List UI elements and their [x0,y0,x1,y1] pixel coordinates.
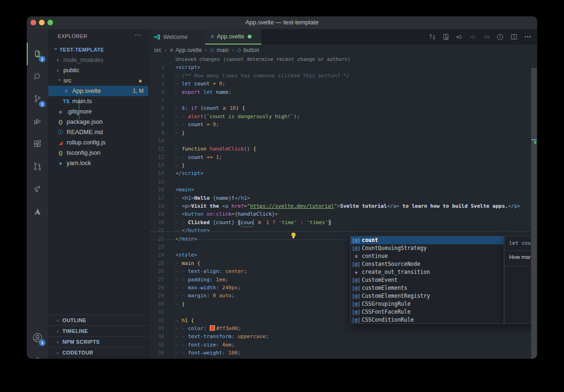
code-line-34: 34→ → text-transform: uppercase; [148,332,531,340]
source-control-icon[interactable]: 1 [27,88,48,110]
code-line-4: 4→ export let name; [148,88,531,96]
live-share-icon[interactable] [27,178,48,200]
breadcrumb: src›≡App.svelte›◇main›◇button [148,45,537,55]
more-actions-icon[interactable] [522,32,533,42]
explorer-icon[interactable]: 1 [27,43,48,65]
open-changes-icon[interactable] [441,32,451,42]
suggestion-cssconditionrule[interactable]: [@]CSSConditionRule [351,316,503,324]
tree-item-readme-md[interactable]: ⓘREADME.md [48,127,148,137]
suggestion-customelementregistry[interactable]: [@]CustomElementRegistry [351,292,503,300]
tree-root[interactable]: ›TEST-TEMPLATE [48,45,148,55]
azure-icon[interactable] [27,200,48,223]
suggestion-create_out_transition[interactable]: ◈create_out_transition [351,268,503,276]
editor-zone: Welcome ≡ App.svelte src›≡App.svelte›◇ma… [148,29,537,359]
suggestion-continue[interactable]: ≣continue [351,252,503,260]
chevron-icon: › [57,347,62,358]
file-history-icon[interactable] [495,32,505,42]
code-line-8: 8→ → count = 9; [148,121,531,128]
code-line-14: 14</script> [148,169,531,177]
tab-welcome[interactable]: Welcome [148,29,205,45]
ts-file-icon: TS [62,96,70,106]
code-line-1: 1<script> [148,63,531,71]
code-line-16: 16<main> [148,186,531,194]
tab-welcome-label: Welcome [163,34,188,40]
extensions-icon[interactable] [27,133,48,155]
suggestion-label: count [362,236,378,244]
tree-item-node-modules[interactable]: ›node_modules [48,55,148,65]
file-label: main.ts [72,98,92,105]
breadcrumb-separator: › [232,47,234,53]
suggestion-label: CustomEvent [362,276,397,284]
github-pull-requests-icon[interactable] [27,155,48,178]
scrollbar-thumb[interactable] [531,68,537,359]
line-number: 24 [148,251,164,259]
suggestion-customevent[interactable]: [@]CustomEvent [351,276,503,284]
tree-item-tsconfig-json[interactable]: {}tsconfig.json [48,148,148,158]
brace-file-icon: {} [57,117,64,127]
breadcrumb-item-app-svelte[interactable]: App.svelte [175,47,202,53]
suggestion-label: continue [362,252,388,260]
keyword-suggest-icon: ≣ [351,252,362,260]
breadcrumb-separator: › [165,47,167,53]
code-line-20: 20→ → Clicked {count} {coun === 1 ? 'tim… [148,219,531,226]
tree-item-public[interactable]: ›public [48,65,148,75]
line-number: 10 [148,137,164,145]
line-number: 8 [148,121,164,128]
section-codetour[interactable]: ›CODETOUR [48,347,148,358]
line-number: 6 [148,104,164,112]
overview-ruler-cursor-mark [531,139,537,140]
run-debug-icon[interactable] [27,110,48,133]
tree-item-app-svelte[interactable]: ≡App.svelte1, M [48,86,148,96]
sidebar-sections: ›OUTLINE›TIMELINE›NPM SCRIPTS›CODETOUR [48,315,148,358]
search-icon[interactable] [27,65,48,88]
tree-item-package-json[interactable]: {}package.json [48,117,148,127]
suggestion-cssfontfacerule[interactable]: [@]CSSFontFaceRule [351,308,503,316]
suggestion-customelements[interactable]: [@]customElements [351,284,503,292]
line-number: 22 [148,235,164,243]
git-status-badge: 1, M [133,86,144,96]
explorer-more-actions-icon[interactable]: ⋯ [135,31,142,38]
file-lines-icon: ≡ [211,33,214,40]
breadcrumb-item-main[interactable]: main [217,47,229,53]
lines-icon: ≡ [170,47,173,53]
settings-gear-icon[interactable] [27,350,48,359]
field-suggest-icon: [@] [351,244,362,252]
tree-item-main-ts[interactable]: TSmain.ts [48,96,148,106]
editor-scrollbar[interactable] [531,55,537,359]
tab-app-svelte[interactable]: ≡ App.svelte [205,29,261,45]
section-timeline[interactable]: ›TIMELINE [48,325,148,336]
accounts-icon[interactable]: 1 [27,326,48,349]
suggestion-count[interactable]: [@]count [351,236,503,244]
code-line-9: 9→ } [148,129,531,137]
current-change-icon[interactable] [468,32,478,42]
breadcrumb-item-button[interactable]: button [244,47,259,53]
line-number: 30 [148,300,164,308]
cube-icon: ◇ [237,47,241,53]
field-suggest-icon: [@] [351,308,362,316]
gitlens-annotation: Unsaved changes (cannot determine recent… [148,55,531,63]
line-number: 14 [148,169,164,177]
suggestion-cssgroupingrule[interactable]: [@]CSSGroupingRule [351,300,503,308]
file-label: node_modules [63,56,103,63]
split-editor-icon[interactable] [509,32,519,42]
suggestion-constantsourcenode[interactable]: [@]ConstantSourceNode [351,260,503,268]
title-bar[interactable]: App.svelte — test-template [27,16,537,29]
next-change-icon[interactable] [481,32,492,42]
breadcrumb-item-src[interactable]: src [154,47,161,53]
tree-item-src[interactable]: ›src [48,75,148,86]
lightbulb-icon[interactable] [290,232,297,239]
code-line-33: 33→ → color: #ff3e00; [148,324,531,332]
tree-item--gitignore[interactable]: ◈.gitignore [48,106,148,117]
section-outline[interactable]: ›OUTLINE [48,315,148,325]
suggestion-countqueuingstrategy[interactable]: [@]CountQueuingStrategy [351,244,503,252]
tree-item-yarn-lock[interactable]: ●yarn.lock [48,158,148,168]
code-line-19: 19→ <button on:click={handleClick}> [148,210,531,218]
code-line-37: 37→ } [148,357,531,359]
file-label: yarn.lock [67,159,91,166]
gitlens-compare-icon[interactable] [427,32,437,42]
previous-change-icon[interactable] [454,32,465,42]
section-npm-scripts[interactable]: ›NPM SCRIPTS [48,336,148,347]
tree-item-rollup-config-js[interactable]: ◢rollup.config.js [48,137,148,148]
line-number: 31 [148,308,164,316]
tree-indent-guide [79,98,79,119]
